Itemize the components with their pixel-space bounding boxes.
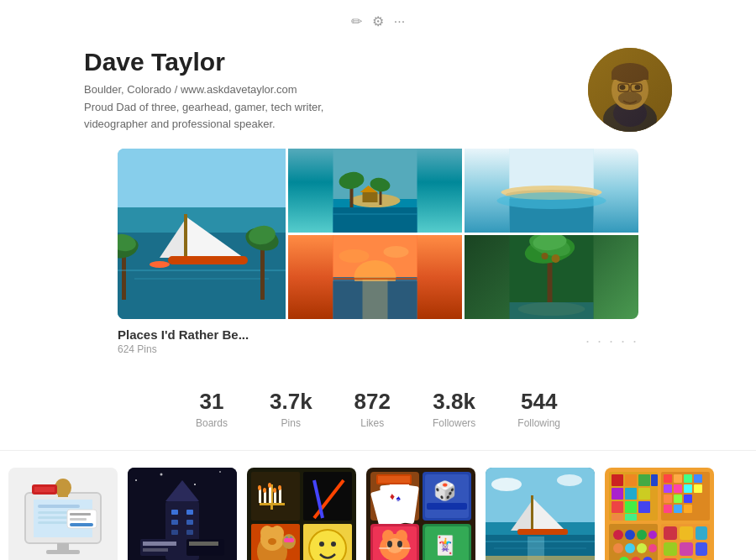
svg-rect-200 xyxy=(674,495,682,503)
profile-bio: Proud Dad of three, gearhead, gamer, tec… xyxy=(84,99,336,132)
profile-info: Dave Taylor Boulder, Colorado / www.askd… xyxy=(84,48,588,132)
settings-icon[interactable]: ⚙ xyxy=(372,13,384,29)
stats-section: 31 Boards 3.7k Pins 872 Likes 3.8k Follo… xyxy=(0,372,756,451)
featured-board: Places I'd Rather Be... 624 Pins · · · ·… xyxy=(84,149,672,355)
svg-rect-185 xyxy=(612,501,623,513)
svg-point-30 xyxy=(150,261,170,268)
svg-rect-109 xyxy=(259,489,261,503)
svg-rect-182 xyxy=(612,488,623,500)
svg-rect-204 xyxy=(684,505,692,513)
svg-rect-178 xyxy=(612,474,623,486)
svg-point-213 xyxy=(648,544,657,552)
svg-point-115 xyxy=(263,488,266,493)
board-thumb-kids xyxy=(605,468,714,560)
svg-rect-33 xyxy=(333,207,417,233)
svg-rect-130 xyxy=(286,536,288,538)
board-more-dots: · · · · · xyxy=(585,332,638,350)
board-info: Places I'd Rather Be... 624 Pins · · · ·… xyxy=(118,327,638,355)
svg-rect-158 xyxy=(427,503,467,510)
svg-text:🎲: 🎲 xyxy=(433,479,457,502)
list-item[interactable]: ♦ ♠ xyxy=(366,468,475,560)
board-thumb-places xyxy=(486,468,595,560)
svg-rect-181 xyxy=(651,474,658,486)
list-item[interactable]: Places I'd Rather Be... 624 Pins xyxy=(486,468,595,560)
stat-followers[interactable]: 3.8k Followers xyxy=(433,389,475,430)
svg-point-209 xyxy=(648,531,657,539)
svg-rect-71 xyxy=(38,511,71,514)
svg-point-114 xyxy=(258,485,261,490)
board-mosaic[interactable] xyxy=(118,149,638,319)
stat-boards-label: Boards xyxy=(196,417,228,429)
svg-rect-196 xyxy=(674,484,682,493)
stat-pins-label: Pins xyxy=(281,417,301,429)
svg-rect-175 xyxy=(486,556,595,560)
svg-rect-77 xyxy=(46,550,80,554)
svg-point-206 xyxy=(613,530,623,540)
svg-rect-131 xyxy=(290,536,292,538)
avatar xyxy=(588,48,672,132)
more-icon[interactable]: ··· xyxy=(394,14,405,29)
svg-point-116 xyxy=(268,483,271,488)
svg-rect-193 xyxy=(684,474,692,483)
list-item[interactable]: Kid Friendly Activities 65 Pins xyxy=(605,468,714,560)
svg-point-117 xyxy=(273,488,276,493)
stat-boards-number: 31 xyxy=(196,389,228,415)
svg-rect-23 xyxy=(184,214,187,260)
stat-following[interactable]: 544 Following xyxy=(517,389,560,430)
svg-rect-140 xyxy=(385,483,419,524)
stat-likes-label: Likes xyxy=(360,417,384,429)
list-item[interactable]: Parenting & Fatherhood 533 Pins xyxy=(247,468,356,560)
board-pin-count: 624 Pins xyxy=(118,343,249,355)
list-item[interactable]: Movies, TV, Books 274 Pins xyxy=(128,468,237,560)
stat-boards[interactable]: 31 Boards xyxy=(196,389,228,430)
profile-section: Dave Taylor Boulder, Colorado / www.askd… xyxy=(50,39,706,149)
svg-text:🃏: 🃏 xyxy=(433,534,457,557)
svg-rect-14 xyxy=(588,48,672,132)
svg-point-212 xyxy=(637,543,647,553)
svg-rect-221 xyxy=(664,542,677,556)
svg-rect-70 xyxy=(38,505,80,508)
svg-text:♦: ♦ xyxy=(389,490,395,502)
svg-rect-54 xyxy=(363,279,388,319)
svg-rect-108 xyxy=(260,503,285,505)
svg-rect-194 xyxy=(694,474,702,483)
stat-following-label: Following xyxy=(517,417,560,429)
svg-point-174 xyxy=(557,474,582,486)
svg-point-57 xyxy=(384,246,409,258)
svg-rect-184 xyxy=(638,488,650,500)
board-grid: Tech Support Help! 998 Pins xyxy=(0,468,756,560)
svg-rect-179 xyxy=(625,474,637,486)
stat-likes[interactable]: 872 Likes xyxy=(354,389,391,430)
board-thumb-parenting xyxy=(247,468,356,560)
svg-rect-183 xyxy=(625,488,637,500)
svg-rect-112 xyxy=(274,491,276,503)
svg-rect-202 xyxy=(664,505,672,513)
svg-point-66 xyxy=(542,253,549,259)
stat-followers-label: Followers xyxy=(433,417,475,429)
svg-point-65 xyxy=(552,254,560,263)
svg-rect-188 xyxy=(612,514,623,521)
board-br-cell xyxy=(465,235,638,319)
svg-point-152 xyxy=(397,541,402,547)
svg-rect-101 xyxy=(143,542,176,546)
edit-icon[interactable]: ✏ xyxy=(351,13,362,29)
svg-point-210 xyxy=(613,543,623,553)
svg-point-86 xyxy=(135,479,137,481)
svg-rect-43 xyxy=(510,149,594,191)
svg-rect-96 xyxy=(186,520,193,525)
svg-rect-222 xyxy=(680,542,693,556)
board-mr-cell xyxy=(465,149,638,233)
svg-point-56 xyxy=(339,249,370,263)
board-title: Places I'd Rather Be... xyxy=(118,327,249,342)
svg-rect-79 xyxy=(34,487,55,492)
board-thumb-movies xyxy=(128,468,237,560)
svg-rect-24 xyxy=(168,256,248,264)
svg-point-173 xyxy=(491,478,522,491)
svg-rect-187 xyxy=(638,501,650,513)
list-item[interactable]: Tech Support Help! 998 Pins xyxy=(8,468,118,560)
svg-rect-195 xyxy=(664,484,672,493)
svg-rect-93 xyxy=(171,510,178,515)
svg-rect-94 xyxy=(186,510,193,515)
svg-point-134 xyxy=(319,542,324,547)
stat-pins[interactable]: 3.7k Pins xyxy=(270,389,312,430)
